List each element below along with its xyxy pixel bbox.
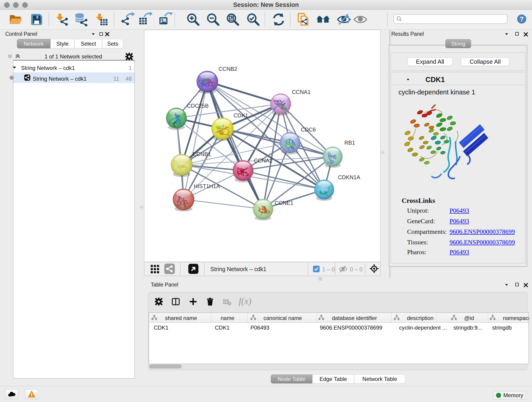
svg-text:RB1: RB1 — [344, 140, 355, 146]
svg-text:CCNA2: CCNA2 — [254, 157, 272, 164]
svg-text:CDC6: CDC6 — [301, 127, 316, 133]
svg-text:CCNB2: CCNB2 — [219, 66, 237, 72]
svg-text:?: ? — [520, 15, 524, 23]
svg-text:HIST1H1A: HIST1H1A — [194, 183, 220, 189]
svg-text:CDK1: CDK1 — [234, 112, 248, 119]
svg-text:CCNB1: CCNB1 — [192, 151, 211, 157]
svg-text:CDKN1A: CDKN1A — [338, 174, 360, 180]
svg-text:CCNA1: CCNA1 — [292, 89, 310, 95]
svg-text:CCNE1: CCNE1 — [275, 200, 293, 206]
svg-text:CDC25B: CDC25B — [187, 103, 209, 109]
